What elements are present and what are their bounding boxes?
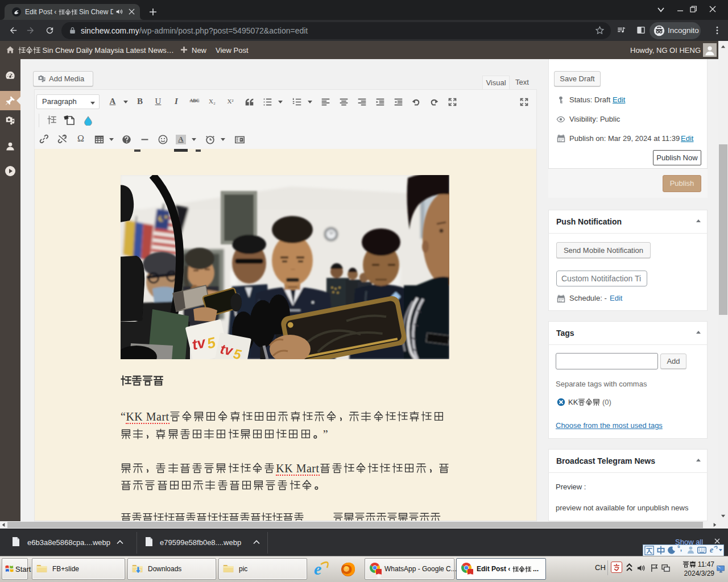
svg-text:e: e [314, 560, 321, 578]
svg-text:e: e [710, 545, 713, 554]
